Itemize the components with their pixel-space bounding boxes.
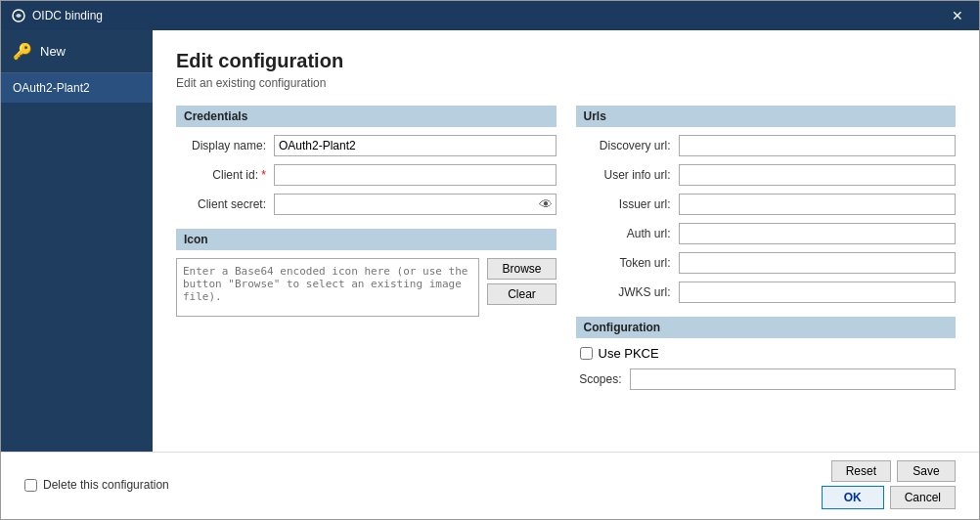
form-subtitle: Edit an existing configuration <box>176 76 956 90</box>
discovery-url-label: Discovery url: <box>576 139 679 152</box>
main-content: 🔑 New OAuth2-Plant2 Edit configuration E… <box>1 30 979 452</box>
client-id-label: Client id: * <box>176 168 274 182</box>
delete-row: Delete this configuration <box>24 478 169 492</box>
right-col: Urls Discovery url: User info url: Issue… <box>576 106 957 442</box>
scopes-input[interactable] <box>630 368 957 390</box>
title-bar-title: OIDC binding <box>32 9 103 22</box>
bottom-bar: Delete this configuration Reset Save OK … <box>1 452 979 519</box>
urls-header: Urls <box>576 106 957 127</box>
oidc-icon <box>11 8 26 23</box>
form-title: Edit configuration <box>176 50 956 72</box>
sidebar: 🔑 New OAuth2-Plant2 <box>1 30 153 452</box>
close-button[interactable]: ✕ <box>946 6 969 25</box>
user-info-url-input[interactable] <box>679 164 957 186</box>
discovery-url-input[interactable] <box>679 135 957 156</box>
issuer-url-row: Issuer url: <box>576 194 957 215</box>
reset-save-row: Reset Save <box>831 460 956 482</box>
display-name-row: Display name: <box>176 135 557 156</box>
issuer-url-label: Issuer url: <box>576 197 679 211</box>
new-label: New <box>40 44 66 59</box>
title-bar: OIDC binding ✕ <box>1 1 979 30</box>
credentials-header: Credentials <box>176 106 557 127</box>
delete-checkbox[interactable] <box>24 479 37 492</box>
display-name-input[interactable] <box>274 135 557 156</box>
scopes-row: Scopes: <box>576 368 957 390</box>
sidebar-item-oauth2-plant2[interactable]: OAuth2-Plant2 <box>1 73 153 103</box>
jwks-url-label: JWKS url: <box>576 285 679 299</box>
sidebar-item-label: OAuth2-Plant2 <box>13 81 90 95</box>
icon-textarea[interactable] <box>176 258 479 317</box>
token-url-input[interactable] <box>679 252 957 274</box>
client-id-input[interactable] <box>274 164 557 186</box>
reset-button[interactable]: Reset <box>831 460 891 482</box>
use-pkce-row: Use PKCE <box>576 346 957 361</box>
auth-url-row: Auth url: <box>576 223 957 244</box>
ok-button[interactable]: OK <box>822 486 884 509</box>
credentials-section: Credentials Display name: Client id: * <box>176 106 557 215</box>
new-icon: 🔑 <box>13 42 32 61</box>
user-info-url-label: User info url: <box>576 168 679 182</box>
issuer-url-input[interactable] <box>679 194 957 215</box>
urls-section: Urls Discovery url: User info url: Issue… <box>576 106 957 303</box>
icon-section: Icon Browse Clear <box>176 229 557 317</box>
client-secret-wrap: 👁 <box>274 194 557 215</box>
ok-cancel-row: OK Cancel <box>822 486 956 509</box>
new-item[interactable]: 🔑 New <box>1 30 153 73</box>
form-area: Edit configuration Edit an existing conf… <box>153 30 979 452</box>
clear-button[interactable]: Clear <box>487 283 556 305</box>
main-window: OIDC binding ✕ 🔑 New OAuth2-Plant2 Edit … <box>0 0 980 520</box>
client-secret-input[interactable] <box>274 194 557 215</box>
client-id-row: Client id: * <box>176 164 557 186</box>
use-pkce-checkbox[interactable] <box>580 347 593 360</box>
client-secret-label: Client secret: <box>176 197 274 211</box>
config-header: Configuration <box>576 317 957 338</box>
auth-url-input[interactable] <box>679 223 957 244</box>
left-col: Credentials Display name: Client id: * <box>176 106 557 442</box>
jwks-url-input[interactable] <box>679 282 957 303</box>
browse-button[interactable]: Browse <box>487 258 556 280</box>
icon-body: Browse Clear <box>176 258 557 317</box>
delete-label: Delete this configuration <box>43 478 169 492</box>
auth-url-label: Auth url: <box>576 227 679 240</box>
title-bar-left: OIDC binding <box>11 8 103 23</box>
cancel-button[interactable]: Cancel <box>890 486 956 509</box>
icon-section-header: Icon <box>176 229 557 250</box>
client-secret-row: Client secret: 👁 <box>176 194 557 215</box>
required-star: * <box>261 168 266 182</box>
token-url-label: Token url: <box>576 256 679 270</box>
icon-buttons: Browse Clear <box>487 258 556 317</box>
bottom-right: Reset Save OK Cancel <box>822 460 956 509</box>
config-section: Configuration Use PKCE Scopes: <box>576 317 957 390</box>
eye-icon[interactable]: 👁 <box>539 196 553 212</box>
jwks-url-row: JWKS url: <box>576 282 957 303</box>
display-name-label: Display name: <box>176 139 274 152</box>
save-button[interactable]: Save <box>897 460 956 482</box>
two-column: Credentials Display name: Client id: * <box>176 106 956 442</box>
token-url-row: Token url: <box>576 252 957 274</box>
user-info-url-row: User info url: <box>576 164 957 186</box>
use-pkce-label: Use PKCE <box>599 346 659 361</box>
scopes-label: Scopes: <box>576 372 630 386</box>
discovery-url-row: Discovery url: <box>576 135 957 156</box>
